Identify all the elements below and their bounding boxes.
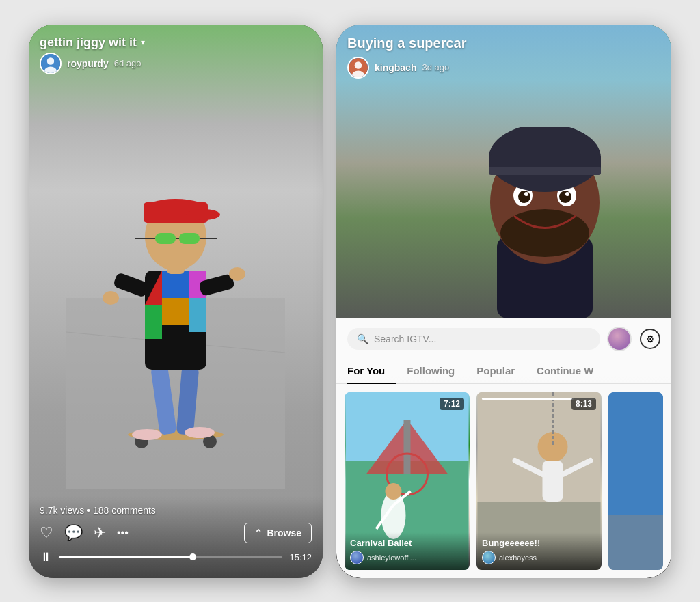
svg-rect-66 bbox=[608, 515, 663, 570]
thumb-1-duration: 7:12 bbox=[440, 398, 464, 410]
bottom-controls: 9.7k views • 188 comments ♡ 💬 ✈ ••• ⌃ Br… bbox=[29, 497, 323, 578]
progress-row: ⏸ 15:12 bbox=[40, 550, 312, 564]
svg-point-7 bbox=[132, 429, 162, 440]
progress-dot bbox=[189, 553, 196, 560]
left-phone: gettin jiggy wit it ▾ roypurdy bbox=[29, 25, 323, 578]
tab-for-you[interactable]: For You bbox=[347, 358, 396, 383]
right-header: Buying a supercar kingbach 3d ago bbox=[336, 36, 671, 79]
search-icon: 🔍 bbox=[357, 333, 368, 344]
app-container: gettin jiggy wit it ▾ roypurdy bbox=[8, 4, 692, 599]
svg-marker-12 bbox=[162, 298, 189, 325]
svg-point-40 bbox=[559, 191, 571, 203]
right-username-label[interactable]: kingbach bbox=[375, 62, 416, 73]
dropdown-arrow-icon[interactable]: ▾ bbox=[141, 38, 145, 47]
pause-icon[interactable]: ⏸ bbox=[40, 550, 52, 564]
browse-label: Browse bbox=[267, 528, 301, 538]
comment-icon[interactable]: 💬 bbox=[64, 524, 83, 542]
svg-rect-16 bbox=[113, 272, 150, 298]
like-icon[interactable]: ♡ bbox=[40, 524, 53, 542]
svg-point-24 bbox=[186, 209, 220, 220]
thumb-2-title: Bungeeeeee!! bbox=[482, 538, 596, 548]
right-time-ago-label: 3d ago bbox=[422, 62, 449, 72]
search-bar[interactable]: 🔍 Search IGTV... bbox=[347, 328, 600, 350]
left-header: gettin jiggy wit it ▾ roypurdy bbox=[29, 36, 323, 74]
video-progress-bar[interactable] bbox=[59, 556, 282, 558]
time-ago-label: 6d ago bbox=[114, 58, 142, 68]
actions-row: ♡ 💬 ✈ ••• ⌃ Browse bbox=[40, 523, 312, 543]
thumb-2-progress-fill bbox=[482, 398, 574, 400]
tab-following[interactable]: Following bbox=[396, 358, 466, 383]
svg-rect-26 bbox=[179, 233, 200, 244]
thumb-2-username: alexhayess bbox=[499, 553, 537, 562]
progress-fill bbox=[59, 556, 193, 558]
thumb-2-user-row: alexhayess bbox=[482, 551, 596, 564]
svg-point-36 bbox=[500, 209, 589, 257]
thumb-1-username: ashleylewoffi... bbox=[367, 553, 416, 562]
svg-marker-11 bbox=[162, 271, 189, 298]
thumb-1-info: Carnival Ballet ashleylewoffi... bbox=[345, 532, 470, 570]
svg-point-18 bbox=[103, 291, 119, 305]
video-thumb-1[interactable]: 7:12 Carnival Ballet ashleylewoffi... bbox=[345, 392, 470, 570]
right-phone: Buying a supercar kingbach 3d ago bbox=[336, 25, 671, 578]
thumb-2-avatar bbox=[482, 551, 496, 564]
right-avatar[interactable] bbox=[347, 57, 369, 79]
svg-rect-45 bbox=[489, 167, 601, 175]
video-title: gettin jiggy wit it bbox=[40, 36, 137, 50]
video-thumb-2[interactable]: 8:13 Bungeeeeee!! alexhayess bbox=[476, 392, 602, 570]
right-avatar-image bbox=[349, 58, 368, 77]
svg-rect-52 bbox=[404, 420, 411, 474]
search-row: 🔍 Search IGTV... ⚙ bbox=[336, 327, 671, 358]
search-placeholder-text: Search IGTV... bbox=[374, 333, 436, 344]
svg-point-41 bbox=[524, 192, 528, 196]
more-options-icon[interactable]: ••• bbox=[117, 527, 129, 539]
thumb-1-user-row: ashleylewoffi... bbox=[350, 551, 464, 564]
browse-button[interactable]: ⌃ Browse bbox=[244, 523, 312, 543]
svg-point-19 bbox=[229, 267, 245, 281]
avatar[interactable] bbox=[40, 53, 62, 74]
left-video-background: gettin jiggy wit it ▾ roypurdy bbox=[29, 25, 323, 578]
right-user-row: kingbach 3d ago bbox=[347, 57, 660, 79]
svg-point-42 bbox=[565, 192, 569, 196]
video-title-row: gettin jiggy wit it ▾ bbox=[40, 36, 312, 50]
thumb-2-duration: 8:13 bbox=[571, 398, 596, 410]
tab-continue[interactable]: Continue W bbox=[526, 358, 604, 383]
avatar-image bbox=[41, 54, 60, 73]
tabs-row: For You Following Popular Continue W bbox=[336, 358, 671, 384]
tab-popular[interactable]: Popular bbox=[466, 358, 526, 383]
video-thumb-3[interactable] bbox=[608, 392, 663, 570]
svg-point-39 bbox=[518, 191, 530, 203]
settings-icon[interactable]: ⚙ bbox=[640, 329, 660, 349]
svg-point-8 bbox=[185, 427, 215, 438]
svg-rect-25 bbox=[155, 233, 176, 244]
profile-avatar-icon[interactable] bbox=[607, 327, 632, 351]
thumb-2-info: Bungeeeeee!! alexhayess bbox=[476, 532, 602, 570]
right-video-background: Buying a supercar kingbach 3d ago bbox=[336, 25, 671, 578]
thumb-1-title: Carnival Ballet bbox=[350, 538, 464, 548]
svg-marker-15 bbox=[189, 298, 206, 332]
thumb-1-avatar bbox=[350, 551, 364, 564]
svg-marker-13 bbox=[145, 305, 162, 339]
time-code-label: 15:12 bbox=[289, 552, 312, 562]
top-right-icons: ⚙ bbox=[607, 327, 660, 351]
svg-point-31 bbox=[47, 57, 55, 65]
videos-grid: 7:12 Carnival Ballet ashleylewoffi... bbox=[336, 384, 671, 578]
left-actions: ♡ 💬 ✈ ••• bbox=[40, 524, 129, 542]
svg-rect-61 bbox=[543, 461, 563, 502]
browse-chevron-icon: ⌃ bbox=[254, 528, 262, 538]
person-figure bbox=[442, 127, 647, 318]
stats-row: 9.7k views • 188 comments bbox=[40, 505, 312, 516]
skater-figure bbox=[66, 93, 285, 489]
right-video-title: Buying a supercar bbox=[347, 36, 660, 51]
svg-point-47 bbox=[355, 61, 362, 69]
username-label[interactable]: roypurdy bbox=[67, 58, 109, 69]
share-icon[interactable]: ✈ bbox=[94, 524, 106, 542]
igtv-overlay: 🔍 Search IGTV... ⚙ For You Following Pop… bbox=[336, 318, 671, 578]
svg-point-55 bbox=[386, 483, 402, 500]
user-row: roypurdy 6d ago bbox=[40, 53, 312, 74]
